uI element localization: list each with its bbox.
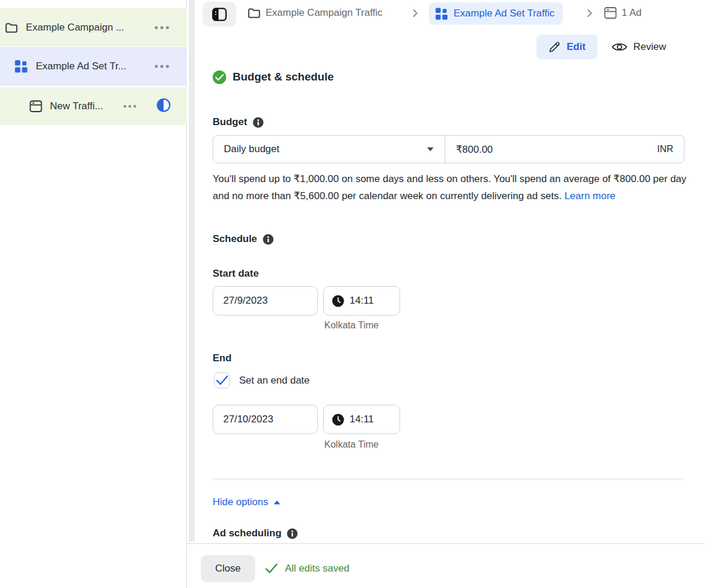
breadcrumb-campaign[interactable]: Example Campaign Traffic <box>266 7 382 19</box>
schedule-label-row: Schedule <box>213 233 274 245</box>
section-complete-check-icon <box>213 70 226 84</box>
review-tab[interactable]: Review <box>611 35 666 59</box>
sidebar-item-adset[interactable]: Example Ad Set Tr... <box>0 47 187 86</box>
checkbox-check-icon <box>216 375 229 386</box>
ad-icon <box>604 6 617 19</box>
breadcrumb-adset[interactable]: Example Ad Set Traffic <box>429 2 563 25</box>
end-time-value: 14:11 <box>350 414 374 425</box>
info-icon[interactable] <box>287 528 298 539</box>
folder-icon <box>5 22 18 33</box>
budget-control: Daily budget ₹800.00 INR <box>213 135 684 163</box>
more-options-button[interactable] <box>153 60 170 73</box>
sidebar-item-label: Example Ad Set Tr... <box>36 61 126 72</box>
end-time-input[interactable]: 14:11 <box>323 405 400 434</box>
breadcrumb-adset-label: Example Ad Set Traffic <box>454 8 555 19</box>
pencil-icon <box>548 41 560 53</box>
chevron-down-icon <box>427 147 434 152</box>
start-time-input[interactable]: 14:11 <box>323 286 400 315</box>
budget-amount-input[interactable]: ₹800.00 INR <box>445 136 684 163</box>
end-label: End <box>213 352 231 364</box>
chevron-right-icon <box>586 8 593 18</box>
ad-scheduling-label: Ad scheduling <box>213 527 281 539</box>
budget-type-value: Daily budget <box>224 143 427 155</box>
draft-status-indicator <box>156 98 171 115</box>
budget-label-row: Budget <box>213 116 264 128</box>
saved-status-label: All edits saved <box>285 563 350 574</box>
vertical-scrollbar[interactable] <box>189 0 194 542</box>
folder-icon <box>247 7 261 19</box>
currency-label: INR <box>657 144 673 154</box>
sidebar-item-label: New Traffi... <box>50 100 103 112</box>
review-tab-label: Review <box>633 41 666 53</box>
hide-options-link[interactable]: Hide options <box>213 496 281 508</box>
start-date-value: 27/9/2023 <box>223 295 268 307</box>
end-date-checkbox[interactable] <box>214 372 230 388</box>
adset-grid-icon <box>14 59 28 73</box>
more-options-button[interactable] <box>153 21 170 34</box>
end-timezone-label: Kolkata Time <box>324 439 378 450</box>
learn-more-link[interactable]: Learn more <box>565 190 616 201</box>
ad-icon <box>29 100 42 113</box>
three-dots-icon <box>154 64 170 69</box>
three-dots-icon <box>123 104 137 109</box>
info-icon[interactable] <box>253 117 264 128</box>
sidebar-item-label: Example Campaign ... <box>26 22 124 33</box>
ad-scheduling-label-row: Ad scheduling <box>213 527 298 539</box>
end-date-value: 27/10/2023 <box>223 414 273 425</box>
section-title: Budget & schedule <box>233 70 334 83</box>
eye-icon <box>611 41 628 53</box>
info-icon[interactable] <box>263 234 274 245</box>
start-date-input[interactable]: 27/9/2023 <box>213 286 318 315</box>
sidebar-item-campaign[interactable]: Example Campaign ... <box>0 8 187 46</box>
collapse-sidebar-button[interactable] <box>203 2 236 26</box>
chevron-right-icon <box>412 8 418 18</box>
more-options-button[interactable] <box>121 100 139 113</box>
end-date-input[interactable]: 27/10/2023 <box>213 405 318 434</box>
end-date-checkbox-label[interactable]: Set an end date <box>239 375 310 387</box>
budget-type-dropdown[interactable]: Daily budget <box>213 136 445 163</box>
budget-amount-value: ₹800.00 <box>456 143 657 156</box>
hide-options-label: Hide options <box>213 496 268 508</box>
half-filled-circle-icon <box>156 98 171 113</box>
saved-check-icon <box>264 562 278 574</box>
schedule-label: Schedule <box>213 233 257 245</box>
section-divider <box>213 479 684 479</box>
saved-status: All edits saved <box>264 562 350 574</box>
clock-icon <box>332 414 344 426</box>
three-dots-icon <box>154 25 170 30</box>
campaign-tree-sidebar: Example Campaign ... Example Ad Set Tr..… <box>0 0 187 588</box>
clock-icon <box>332 295 344 307</box>
budget-label: Budget <box>213 116 247 128</box>
sidebar-toggle-icon <box>212 6 227 22</box>
adset-grid-icon <box>435 7 448 21</box>
start-time-value: 14:11 <box>350 295 374 307</box>
chevron-up-icon <box>273 500 281 505</box>
breadcrumb-ad[interactable]: 1 Ad <box>622 7 642 19</box>
edit-tab-label: Edit <box>566 41 585 53</box>
ads-manager-edit-screen: Example Campaign ... Example Ad Set Tr..… <box>0 0 705 588</box>
budget-help-text: You'll spend up to ₹1,000.00 on some day… <box>213 170 690 204</box>
start-date-label: Start date <box>213 268 258 280</box>
sidebar-item-ad[interactable]: New Traffi... <box>0 88 187 125</box>
edit-tab[interactable]: Edit <box>536 35 597 59</box>
start-timezone-label: Kolkata Time <box>324 320 378 331</box>
close-button[interactable]: Close <box>201 555 255 582</box>
